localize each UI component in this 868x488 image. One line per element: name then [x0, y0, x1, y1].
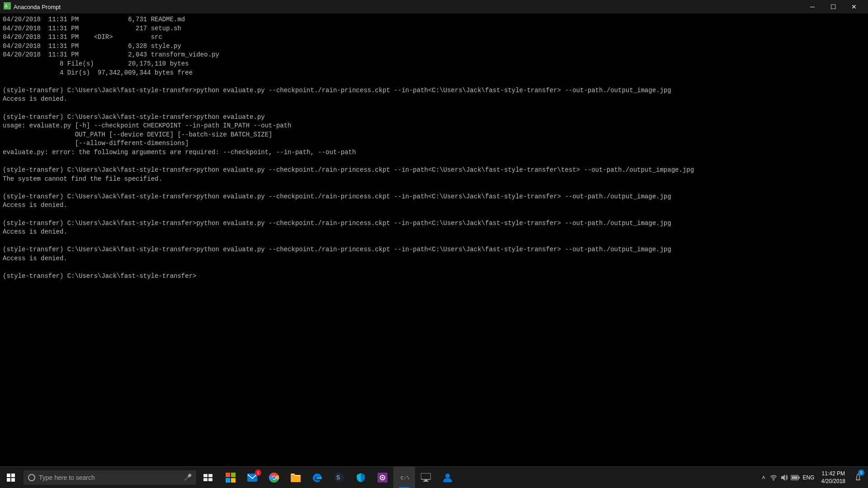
titlebar: A Anaconda Prompt ─ ☐ ✕	[0, 0, 868, 14]
chrome-icon	[269, 473, 279, 483]
anaconda-prompt-taskbar-btn[interactable]: C:\	[393, 467, 415, 488]
svg-point-19	[382, 477, 383, 479]
edge-icon-btn[interactable]	[307, 467, 328, 488]
system-clock[interactable]: 11:42 PM 4/20/2018	[817, 467, 850, 488]
svg-rect-4	[203, 478, 208, 481]
show-hidden-icons-button[interactable]	[759, 467, 768, 488]
shield-app-icon	[356, 473, 365, 483]
minimize-button[interactable]: ─	[802, 0, 823, 14]
battery-tray-icon[interactable]	[790, 467, 801, 488]
mail-icon-btn[interactable]: 1	[241, 467, 263, 488]
wifi-icon	[770, 474, 777, 481]
task-view-icon	[203, 474, 212, 481]
start-button[interactable]	[0, 467, 22, 488]
microphone-icon: 🎤	[184, 474, 192, 481]
display-icon	[421, 473, 431, 482]
people-icon	[443, 473, 453, 483]
explorer-icon	[291, 473, 301, 482]
task-view-button[interactable]	[198, 467, 218, 488]
store-icon	[226, 473, 236, 483]
svg-point-26	[773, 479, 774, 480]
window-title: Anaconda Prompt	[14, 4, 802, 10]
svg-rect-6	[226, 473, 230, 477]
taskbar: Type here to search 🎤 1	[0, 466, 868, 488]
notification-button[interactable]: 5	[850, 467, 866, 488]
search-icon	[28, 474, 35, 481]
svg-rect-7	[231, 473, 236, 477]
terminal-taskbar-icon: C:\	[399, 473, 409, 483]
svg-point-13	[273, 476, 276, 479]
maximize-button[interactable]: ☐	[823, 0, 844, 14]
mail-badge: 1	[255, 469, 261, 476]
svg-rect-30	[792, 476, 797, 479]
steam-icon-btn[interactable]: S	[328, 467, 350, 488]
svg-marker-27	[781, 474, 785, 481]
svg-text:A: A	[5, 4, 8, 9]
photos-icon	[377, 473, 387, 483]
chevron-up-icon	[761, 474, 766, 481]
svg-rect-23	[425, 479, 427, 481]
clock-date: 4/20/2018	[821, 478, 845, 485]
clock-time: 11:42 PM	[822, 470, 845, 478]
pinned-apps: 1	[220, 467, 458, 488]
edge-icon	[312, 473, 322, 483]
search-bar[interactable]: Type here to search 🎤	[24, 470, 196, 485]
close-button[interactable]: ✕	[844, 0, 864, 14]
svg-rect-8	[226, 478, 230, 483]
explorer-icon-btn[interactable]	[285, 467, 307, 488]
terminal-output: 04/20/2018 11:31 PM 6,731 README.md 04/2…	[0, 14, 868, 466]
window-controls: ─ ☐ ✕	[802, 0, 864, 14]
speaker-tray-icon[interactable]	[779, 467, 790, 488]
steam-icon: S	[334, 473, 344, 483]
svg-rect-2	[203, 474, 208, 477]
windows-logo-icon	[7, 474, 15, 482]
svg-rect-3	[208, 474, 212, 477]
speaker-icon	[781, 474, 788, 481]
notification-badge: 5	[858, 469, 864, 476]
svg-rect-24	[423, 481, 429, 482]
store-icon-btn[interactable]	[220, 467, 241, 488]
photos-icon-btn[interactable]	[372, 467, 393, 488]
system-tray: ENG 11:42 PM 4/20/2018 5	[759, 467, 868, 488]
svg-point-25	[445, 474, 450, 478]
battery-icon	[791, 474, 800, 481]
people-icon-btn[interactable]	[437, 467, 458, 488]
language-tray-button[interactable]: ENG	[801, 467, 817, 488]
svg-text:S: S	[336, 474, 340, 481]
svg-text:C:\: C:\	[401, 475, 409, 481]
shield-icon-btn[interactable]	[350, 467, 372, 488]
svg-rect-5	[208, 478, 212, 481]
svg-rect-29	[798, 477, 800, 479]
app-icon: A	[4, 2, 11, 12]
network-tray-icon[interactable]	[768, 467, 779, 488]
svg-rect-9	[231, 478, 236, 483]
chrome-icon-btn[interactable]	[263, 467, 285, 488]
display-icon-btn[interactable]	[415, 467, 437, 488]
svg-rect-22	[421, 473, 431, 479]
search-placeholder: Type here to search	[39, 474, 182, 481]
